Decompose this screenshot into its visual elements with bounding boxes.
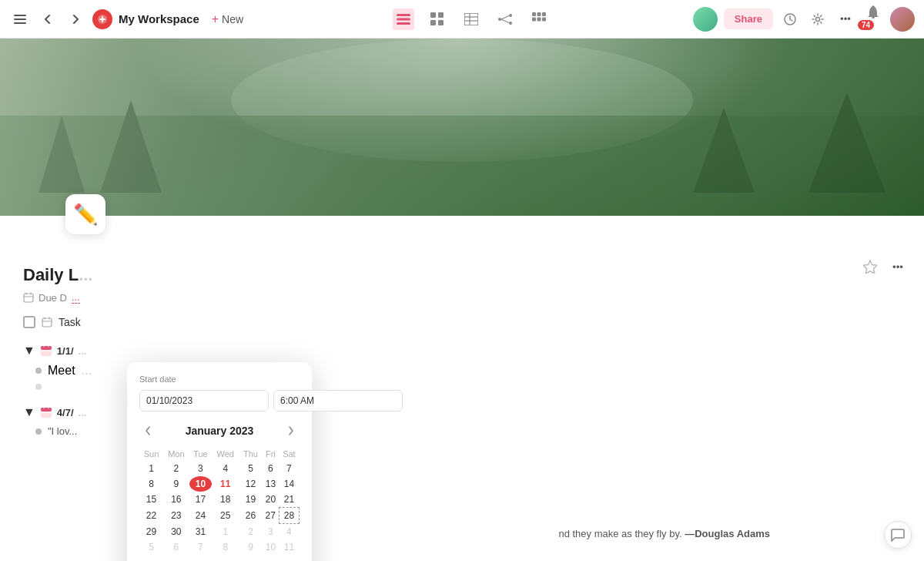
- star-icon[interactable]: [859, 256, 881, 277]
- analytics-icon[interactable]: [779, 8, 801, 30]
- table-row[interactable]: 5: [139, 539, 163, 555]
- table-row[interactable]: 6: [262, 461, 279, 476]
- table-row[interactable]: 3: [262, 524, 279, 540]
- table-row[interactable]: 14: [279, 476, 299, 492]
- back-icon[interactable]: [37, 8, 59, 30]
- table-row[interactable]: 9: [163, 476, 189, 492]
- day-header-thu: Thu: [239, 447, 262, 461]
- day-header-sun: Sun: [139, 447, 163, 461]
- table-row[interactable]: 25: [212, 508, 239, 524]
- table-row-outline[interactable]: 28: [279, 508, 299, 524]
- svg-rect-1: [14, 18, 26, 20]
- task-checkbox[interactable]: [23, 316, 35, 328]
- calendar-popup: Start date January 2023 Sun Mon T: [127, 362, 312, 561]
- svg-point-15: [498, 18, 501, 21]
- table-row[interactable]: 3: [189, 461, 212, 476]
- notification-count: 74: [858, 20, 874, 30]
- table-row[interactable]: 9: [239, 539, 262, 555]
- table-view-icon[interactable]: [460, 8, 482, 30]
- avatar-right[interactable]: [890, 7, 915, 32]
- avatar-left[interactable]: [693, 7, 718, 32]
- table-row[interactable]: 30: [163, 524, 189, 540]
- svg-rect-20: [532, 12, 536, 16]
- table-row[interactable]: 11: [212, 476, 239, 492]
- page-title: Daily L...: [23, 265, 901, 285]
- topnav: My Workspace + New Share •••: [0, 0, 924, 39]
- svg-rect-4: [397, 14, 410, 16]
- settings-icon[interactable]: [807, 8, 829, 30]
- table-row[interactable]: 31: [189, 524, 212, 540]
- table-row[interactable]: 4: [279, 524, 299, 540]
- svg-point-27: [816, 17, 820, 21]
- table-row[interactable]: 19: [239, 492, 262, 508]
- table-row[interactable]: 29: [139, 524, 163, 540]
- table-row[interactable]: 11: [279, 539, 299, 555]
- table-row[interactable]: 16: [163, 492, 189, 508]
- more-options-icon[interactable]: •••: [887, 256, 909, 277]
- apps-icon[interactable]: [528, 8, 550, 30]
- chat-icon[interactable]: [884, 521, 912, 549]
- table-row[interactable]: 4: [212, 461, 239, 476]
- next-month-button[interactable]: [283, 422, 300, 439]
- nav-center-icons: [256, 8, 687, 30]
- table-row[interactable]: 1: [139, 461, 163, 476]
- svg-rect-0: [14, 15, 26, 16]
- date-input[interactable]: [139, 390, 269, 412]
- svg-rect-11: [464, 13, 478, 25]
- list-view-icon[interactable]: [393, 8, 414, 30]
- day-header-fri: Fri: [262, 447, 279, 461]
- table-row[interactable]: 15: [139, 492, 163, 508]
- table-row[interactable]: 17: [189, 492, 212, 508]
- svg-line-19: [501, 19, 509, 23]
- table-row[interactable]: 8: [212, 539, 239, 555]
- prev-month-button[interactable]: [139, 422, 156, 439]
- share-button[interactable]: Share: [724, 8, 773, 29]
- table-row[interactable]: 7: [189, 539, 212, 555]
- svg-rect-21: [537, 12, 541, 16]
- share-view-icon[interactable]: [494, 8, 516, 30]
- workspace-title: My Workspace: [119, 12, 199, 25]
- table-row[interactable]: 21: [279, 492, 299, 508]
- menu-icon[interactable]: [9, 8, 31, 30]
- table-row[interactable]: 18: [212, 492, 239, 508]
- svg-rect-24: [537, 17, 541, 21]
- table-row[interactable]: 23: [163, 508, 189, 524]
- table-row[interactable]: 10: [262, 539, 279, 555]
- table-row[interactable]: 22: [139, 508, 163, 524]
- svg-rect-6: [397, 22, 410, 25]
- table-row[interactable]: 5: [239, 461, 262, 476]
- new-button[interactable]: + New: [206, 9, 249, 29]
- table-row[interactable]: 13: [262, 476, 279, 492]
- table-row[interactable]: 7: [279, 461, 299, 476]
- table-row[interactable]: 26: [239, 508, 262, 524]
- svg-rect-22: [542, 12, 546, 16]
- table-row-today[interactable]: 10: [189, 476, 212, 492]
- dot-icon: [35, 428, 42, 435]
- table-row[interactable]: 12: [239, 476, 262, 492]
- svg-line-18: [501, 15, 509, 19]
- page-icon[interactable]: ✏️: [65, 194, 105, 234]
- svg-rect-5: [397, 18, 410, 20]
- due-date-row[interactable]: Due D ...: [23, 291, 901, 304]
- workspace-logo: [92, 9, 112, 29]
- table-row[interactable]: 20: [262, 492, 279, 508]
- table-row[interactable]: 24: [189, 508, 212, 524]
- table-row[interactable]: 2: [163, 461, 189, 476]
- svg-rect-37: [41, 346, 52, 350]
- time-input[interactable]: [273, 390, 403, 412]
- grid-view-icon[interactable]: [427, 8, 448, 30]
- day-header-sat: Sat: [279, 447, 299, 461]
- svg-rect-2: [14, 22, 26, 24]
- day-header-mon: Mon: [163, 447, 189, 461]
- table-row[interactable]: 6: [163, 539, 189, 555]
- date-group-1-header[interactable]: ▼ 1/1/ ...: [23, 344, 901, 358]
- dot-icon: [35, 368, 42, 374]
- forward-icon[interactable]: [65, 8, 86, 30]
- table-row[interactable]: 8: [139, 476, 163, 492]
- table-row[interactable]: 1: [212, 524, 239, 540]
- more-icon[interactable]: •••: [835, 8, 856, 30]
- svg-rect-8: [438, 12, 444, 18]
- svg-point-17: [509, 22, 512, 25]
- table-row[interactable]: 2: [239, 524, 262, 540]
- table-row[interactable]: 27: [262, 508, 279, 524]
